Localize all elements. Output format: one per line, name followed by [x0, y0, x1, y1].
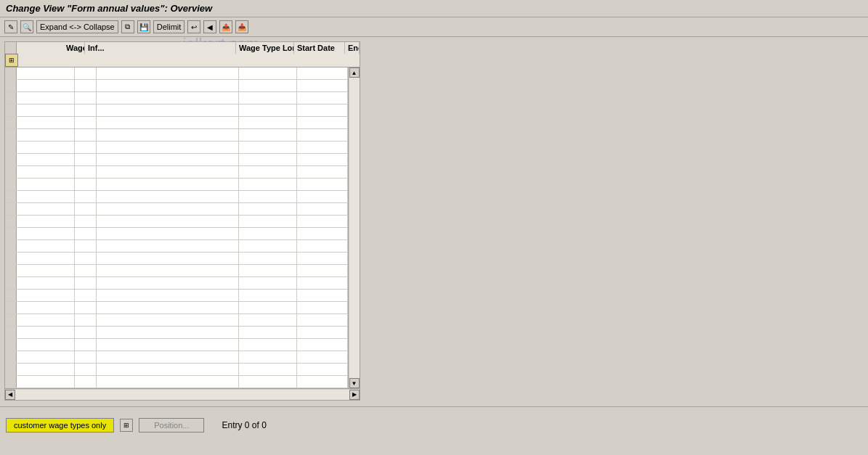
row-selector[interactable] — [5, 265, 17, 276]
cell-inf — [75, 80, 97, 91]
cell-wage-type-long — [97, 240, 239, 252]
cell-wage-type-long — [97, 117, 239, 128]
row-selector[interactable] — [5, 290, 17, 301]
edit-pencil-icon[interactable]: ✎ — [4, 20, 17, 33]
cell-end-date — [297, 142, 348, 153]
row-selector[interactable] — [5, 351, 17, 363]
right-panel — [365, 41, 864, 401]
vertical-scrollbar[interactable]: ▲ ▼ — [348, 67, 360, 388]
table-row — [5, 265, 348, 277]
cell-start-date — [239, 129, 297, 141]
row-selector[interactable] — [5, 129, 17, 141]
table-row — [5, 216, 348, 228]
cell-start-date — [239, 302, 297, 313]
cell-wage-type — [17, 253, 75, 264]
column-settings-icon[interactable]: ⊞ — [5, 54, 18, 67]
cell-end-date — [297, 376, 348, 388]
row-selector[interactable] — [5, 117, 17, 128]
undo-icon[interactable]: ↩ — [187, 20, 200, 33]
row-selector[interactable] — [5, 277, 17, 289]
cell-wage-type — [17, 339, 75, 351]
row-selector[interactable] — [5, 339, 17, 351]
cell-start-date — [239, 253, 297, 264]
row-selector[interactable] — [5, 228, 17, 239]
cell-start-date — [239, 142, 297, 153]
row-selector[interactable] — [5, 67, 17, 79]
cell-inf — [75, 228, 97, 239]
table-row — [5, 104, 348, 117]
cell-wage-type-long — [97, 364, 239, 375]
row-selector[interactable] — [5, 216, 17, 227]
cell-wage-type-long — [97, 376, 239, 388]
cell-inf — [75, 277, 97, 289]
row-selector[interactable] — [5, 80, 17, 91]
cell-start-date — [239, 92, 297, 104]
find-icon[interactable]: 🔍 — [20, 20, 33, 33]
row-selector[interactable] — [5, 203, 17, 215]
table-row — [5, 191, 348, 203]
cell-start-date — [239, 327, 297, 338]
row-selector[interactable] — [5, 104, 17, 116]
cell-start-date — [239, 240, 297, 252]
toolbar: ✎ 🔍 Expand <-> Collapse ⧉ 💾 Delimit ↩ ◀ … — [0, 17, 868, 37]
row-selector[interactable] — [5, 364, 17, 375]
scroll-right-button[interactable]: ▶ — [349, 390, 360, 400]
cell-inf — [75, 104, 97, 116]
table-row — [5, 240, 348, 253]
copy-icon[interactable]: ⧉ — [121, 20, 134, 33]
import-icon[interactable]: 📥 — [235, 20, 248, 33]
delimit-button[interactable]: Delimit — [153, 20, 185, 33]
cell-wage-type — [17, 104, 75, 116]
cell-end-date — [297, 228, 348, 239]
row-selector[interactable] — [5, 376, 17, 388]
scroll-left-button[interactable]: ◀ — [5, 390, 15, 400]
cell-wage-type-long — [97, 129, 239, 141]
prev-icon[interactable]: ◀ — [203, 20, 216, 33]
cell-wage-type-long — [97, 265, 239, 276]
status-bar: customer wage types only ⊞ Position... E… — [0, 406, 868, 443]
position-button[interactable]: Position... — [139, 418, 204, 433]
cell-wage-type — [17, 351, 75, 363]
row-selector[interactable] — [5, 302, 17, 313]
row-selector[interactable] — [5, 253, 17, 264]
cell-wage-type — [17, 142, 75, 153]
cell-inf — [75, 117, 97, 128]
customer-wage-types-button[interactable]: customer wage types only — [6, 418, 114, 433]
cell-inf — [75, 327, 97, 338]
row-selector[interactable] — [5, 166, 17, 178]
export-icon[interactable]: 📤 — [219, 20, 232, 33]
row-selector[interactable] — [5, 314, 17, 326]
cell-inf — [75, 191, 97, 202]
table-row — [5, 142, 348, 154]
row-selector[interactable] — [5, 240, 17, 252]
col-end-date: End Date — [345, 42, 360, 54]
cell-end-date — [297, 166, 348, 178]
cell-end-date — [297, 80, 348, 91]
cell-inf — [75, 314, 97, 326]
row-selector[interactable] — [5, 327, 17, 338]
cell-wage-type — [17, 154, 75, 165]
row-selector[interactable] — [5, 154, 17, 165]
cell-wage-type — [17, 327, 75, 338]
cell-wage-type — [17, 179, 75, 190]
cell-wage-type — [17, 240, 75, 252]
row-selector[interactable] — [5, 92, 17, 104]
row-selector[interactable] — [5, 142, 17, 153]
save-icon[interactable]: 💾 — [137, 20, 150, 33]
expand-collapse-button[interactable]: Expand <-> Collapse — [36, 20, 118, 33]
table-header: Wage Ty... Inf... Wage Type Long Text St… — [5, 42, 360, 67]
cell-end-date — [297, 351, 348, 363]
horizontal-scrollbar[interactable]: ◀ ▶ — [5, 388, 360, 400]
scroll-down-button[interactable]: ▼ — [349, 378, 360, 388]
col-inf: Inf... — [85, 42, 236, 54]
table-row — [5, 129, 348, 142]
cell-wage-type-long — [97, 351, 239, 363]
row-selector[interactable] — [5, 179, 17, 190]
scroll-up-button[interactable]: ▲ — [349, 67, 360, 78]
cell-wage-type — [17, 92, 75, 104]
cell-wage-type — [17, 191, 75, 202]
cell-wage-type-long — [97, 191, 239, 202]
table-row — [5, 228, 348, 240]
row-selector[interactable] — [5, 191, 17, 202]
cell-wage-type-long — [97, 67, 239, 79]
